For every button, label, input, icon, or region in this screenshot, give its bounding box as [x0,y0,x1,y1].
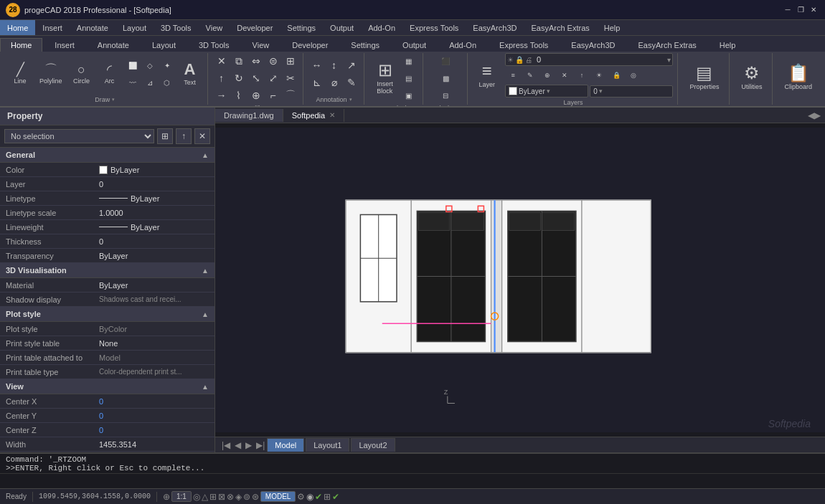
status-icon-4[interactable]: ⊞ [209,492,217,502]
annot-btn-5[interactable]: ⌀ [326,75,342,90]
modify-btn-14[interactable]: ⌐ [265,87,281,103]
polyline-button[interactable]: ⌒ Polyline [35,61,67,87]
status-icon-7[interactable]: ◈ [235,492,242,502]
modify-btn-6[interactable]: ↑ [214,70,230,86]
model-tab-nav-first[interactable]: |◀ [220,440,232,450]
status-model-btn[interactable]: MODEL [260,491,296,502]
layers-btn-4[interactable]: ✕ [557,67,572,83]
ribbon-tab-easyarch3d[interactable]: EasyArch3D [560,38,626,52]
draw-extra-2[interactable]: ◇ [142,57,158,73]
status-scale[interactable]: 1:1 [171,491,192,502]
sel-btn-1[interactable]: ⊞ [157,128,173,144]
layers-btn-1[interactable]: ≡ [505,67,521,83]
status-icon-11[interactable]: ◉ [306,492,314,502]
drawing-tab-2[interactable]: Softpedia ✕ [283,109,344,122]
menu-view[interactable]: View [199,20,230,35]
arc-button[interactable]: ◜ Arc [97,61,123,87]
command-input[interactable] [3,475,814,487]
menu-annotate[interactable]: Annotate [70,20,116,35]
insert-extra-1[interactable]: ▦ [401,53,417,69]
restore-button[interactable]: ❐ [795,5,806,15]
block-group-label[interactable]: Block ▾ [429,103,463,106]
drawing-tab-close[interactable]: ✕ [329,111,335,119]
drawing-svg[interactable]: Z [215,123,825,437]
menu-home[interactable]: Home [0,20,35,35]
status-icon-9[interactable]: ⊛ [252,492,259,502]
draw-extra-1[interactable]: ⬜ [125,57,141,73]
status-icon-14[interactable]: ✔ [332,492,339,502]
properties-button[interactable]: ▤ Properties [684,62,725,93]
annot-btn-4[interactable]: ⊾ [309,75,325,90]
layer-prop-value[interactable]: 0 [93,178,214,191]
sel-btn-3[interactable]: ✕ [194,128,210,144]
block-btn-3[interactable]: ⊟ [438,87,453,103]
transparency-value[interactable]: ByLayer [93,249,214,262]
menu-insert[interactable]: Insert [35,20,70,35]
linetype-value[interactable]: ByLayer [93,192,214,205]
block-btn-1[interactable]: ⬛ [438,53,453,69]
block-btn-2[interactable]: ▩ [438,70,453,86]
center-y-value[interactable]: 0 [93,409,214,422]
status-icon-5[interactable]: ⊠ [218,492,225,502]
status-icon-1[interactable]: ⊕ [163,492,170,502]
menu-developer[interactable]: Developer [230,20,280,35]
center-z-value[interactable]: 0 [93,424,214,437]
height-value[interactable]: 745.1260 [93,452,214,453]
model-tab-model[interactable]: Model [267,438,304,452]
modify-btn-12[interactable]: ⌇ [231,87,247,103]
modify-group-label[interactable]: Modify ▾ [214,103,298,106]
modify-btn-3[interactable]: ⇔ [248,53,264,69]
ribbon-tab-annotate[interactable]: Annotate [87,38,140,52]
ribbon-tab-help[interactable]: Help [709,38,747,52]
draw-extra-3[interactable]: ✦ [159,57,175,73]
layer-dropdown-icon[interactable]: ▾ [667,56,671,64]
ribbon-tab-view[interactable]: View [242,38,280,52]
plot-section-header[interactable]: Plot style ▲ [0,307,214,322]
circle-button[interactable]: ○ Circle [69,61,95,87]
status-icon-8[interactable]: ⊚ [243,492,250,502]
menu-easyarch-extras[interactable]: EasyArch Extras [524,20,596,35]
insert-block-group-label[interactable]: Insert Block ▾ [370,103,418,106]
modify-btn-15[interactable]: ⌒ [283,87,298,103]
modify-btn-5[interactable]: ⊞ [283,53,298,69]
ribbon-tab-addon[interactable]: Add-On [438,38,487,52]
modify-btn-11[interactable]: → [214,87,230,103]
color-value[interactable]: ByLayer [93,163,214,176]
ribbon-tab-settings[interactable]: Settings [340,38,390,52]
clipboard-button[interactable]: 📋 Clipboard [778,62,818,93]
ribbon-tab-3dtools[interactable]: 3D Tools [188,38,240,52]
layers-btn-8[interactable]: ◎ [626,67,641,83]
menu-addon[interactable]: Add-On [361,20,402,35]
center-x-value[interactable]: 0 [93,395,214,408]
text-button[interactable]: A Text [177,60,203,88]
tab-nav-left[interactable]: ◀ [808,110,814,120]
annot-btn-3[interactable]: ↗ [344,57,359,73]
annot-btn-1[interactable]: ↔ [309,57,325,73]
modify-btn-4[interactable]: ⊜ [265,53,281,69]
modify-btn-13[interactable]: ⊕ [248,87,264,103]
layer-button[interactable]: ≡ Layer [473,60,501,91]
modify-btn-10[interactable]: ✂ [283,70,298,86]
model-tab-layout1[interactable]: Layout1 [306,438,349,452]
sel-btn-2[interactable]: ↑ [176,128,192,144]
layers-btn-5[interactable]: ↑ [574,67,590,83]
layers-btn-6[interactable]: ☀ [591,67,607,83]
insert-block-button[interactable]: ⊞ InsertBlock [371,59,399,98]
ribbon-tab-extras[interactable]: EasyArch Extras [627,38,707,52]
draw-extra-5[interactable]: ⊿ [142,75,158,90]
annot-btn-2[interactable]: ↕ [326,57,342,73]
status-icon-10[interactable]: ⚙ [297,492,305,502]
ribbon-tab-insert[interactable]: Insert [44,38,85,52]
color-dropdown[interactable]: ▾ [547,87,550,95]
annotation-group-label[interactable]: Annotation ▾ [309,95,359,105]
material-value[interactable]: ByLayer [93,279,214,292]
menu-help[interactable]: Help [597,20,628,35]
plot-style-value[interactable]: ByColor [93,323,214,336]
general-section-header[interactable]: General ▲ [0,148,214,163]
status-icon-3[interactable]: △ [202,492,208,502]
lineweight-value[interactable]: ByLayer [93,221,214,234]
layers-btn-7[interactable]: 🔒 [608,67,624,83]
model-tab-layout2[interactable]: Layout2 [351,438,395,452]
menu-settings[interactable]: Settings [280,20,323,35]
ribbon-tab-developer[interactable]: Developer [281,38,339,52]
